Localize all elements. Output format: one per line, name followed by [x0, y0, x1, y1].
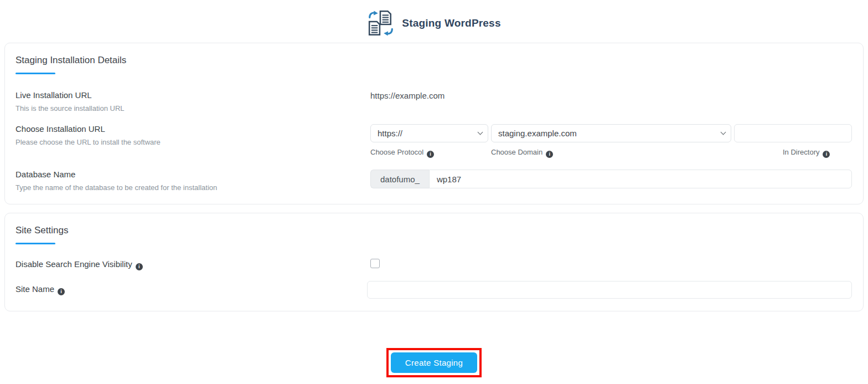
site-name-input[interactable] [367, 281, 852, 299]
section-site-settings: Site Settings Disable Search Engine Visi… [4, 213, 864, 311]
live-url-label: Live Installation URL [16, 90, 370, 100]
info-icon[interactable]: i [427, 151, 434, 158]
info-icon[interactable]: i [546, 151, 553, 158]
section-staging-installation-details: Staging Installation Details Live Instal… [4, 43, 864, 204]
row-database-name: Database Name Type the name of the datab… [16, 170, 853, 192]
section-title-underline [16, 243, 55, 244]
row-choose-installation-url: Choose Installation URL Please choose th… [16, 124, 853, 158]
info-icon[interactable]: i [823, 151, 830, 158]
protocol-select[interactable]: https:// [370, 124, 488, 142]
choose-url-label: Choose Installation URL [16, 124, 370, 134]
database-help: Type the name of the database to be crea… [16, 183, 370, 192]
info-icon[interactable]: i [58, 288, 65, 295]
site-name-label: Site Namei [16, 284, 370, 295]
row-search-engine-visibility: Disable Search Engine Visibilityi [16, 259, 853, 270]
create-staging-button[interactable]: Create Staging [391, 352, 477, 373]
live-url-help: This is the source installation URL [16, 104, 370, 112]
url-sub-labels: Choose Protocoli Choose Domaini In Direc… [370, 148, 853, 158]
button-highlight-box: Create Staging [386, 348, 482, 377]
section-title: Staging Installation Details [16, 55, 853, 66]
row-live-installation-url: Live Installation URL This is the source… [16, 90, 853, 112]
app-header: Staging WordPress [0, 0, 868, 32]
database-name-input[interactable] [429, 170, 852, 188]
search-visibility-checkbox[interactable] [370, 259, 380, 268]
search-visibility-label: Disable Search Engine Visibilityi [16, 259, 370, 270]
choose-protocol-label: Choose Protocoli [370, 148, 491, 158]
choose-domain-label: Choose Domaini [491, 148, 734, 158]
page-title: Staging WordPress [402, 17, 500, 29]
live-url-value: https://example.com [370, 90, 853, 100]
in-directory-label: In Directoryi [734, 148, 830, 158]
database-prefix: datofumo_ [370, 170, 429, 188]
staging-copy-icon [367, 9, 395, 37]
choose-url-help: Please choose the URL to install the sof… [16, 138, 370, 146]
section-title: Site Settings [16, 225, 853, 236]
database-label: Database Name [16, 170, 370, 179]
info-icon[interactable]: i [136, 263, 143, 270]
domain-select[interactable]: staging.example.com [491, 124, 731, 142]
section-title-underline [16, 73, 55, 74]
row-site-name: Site Namei [16, 281, 853, 299]
directory-input[interactable] [734, 124, 852, 142]
footer: Create Staging [0, 348, 868, 377]
